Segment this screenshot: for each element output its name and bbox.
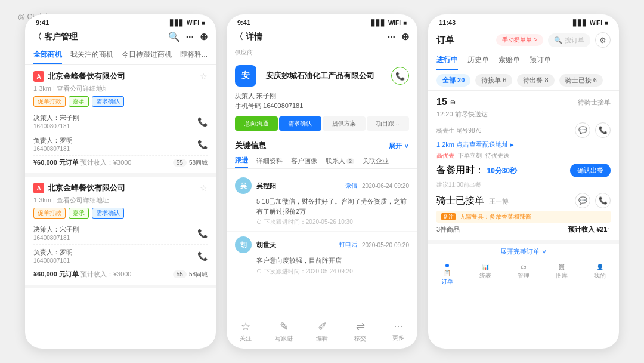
tab-all-opportunity[interactable]: 全部商机 bbox=[33, 46, 62, 64]
key-info-title: 关键信息 bbox=[235, 140, 266, 151]
bottom-gallery[interactable]: 🖼 图库 bbox=[543, 264, 581, 286]
sub-tab-related[interactable]: 关联企业 bbox=[363, 153, 389, 168]
order-tab-history[interactable]: 历史单 bbox=[467, 51, 489, 70]
transfer-label: 移交 bbox=[354, 334, 366, 343]
timeline-name-2: 胡世天 bbox=[256, 241, 335, 250]
address-row[interactable]: 1.2km 点击查看配送地址 ▸ bbox=[436, 140, 611, 149]
star-icon-2[interactable]: ☆ bbox=[200, 183, 208, 193]
confirm-btn[interactable]: 确认出餐 bbox=[570, 164, 611, 177]
call-customer-icon[interactable]: 📞 bbox=[595, 122, 611, 138]
battery-3: ■ bbox=[605, 20, 608, 26]
order-tab-reservation[interactable]: 预订单 bbox=[530, 51, 551, 70]
expand-key-info[interactable]: 展开 ∨ bbox=[389, 141, 409, 150]
order-search-bar[interactable]: 🔍 搜订单 bbox=[548, 33, 590, 47]
rider-row: 骑士已接单 王一博 💬 📞 bbox=[436, 193, 611, 208]
bottom-profile[interactable]: 👤 我的 bbox=[581, 264, 619, 286]
sub-tab-detail[interactable]: 详细资料 bbox=[256, 153, 283, 168]
prep-label: 备餐用时： bbox=[436, 165, 484, 175]
tab-upcoming[interactable]: 即将释... bbox=[180, 46, 208, 64]
message-icon[interactable]: 💬 bbox=[575, 122, 590, 138]
step-1[interactable]: 意向沟通 bbox=[235, 116, 278, 131]
step-4[interactable]: 项目跟... bbox=[367, 116, 410, 131]
bottom-nav-write[interactable]: ✎ 写跟进 bbox=[265, 320, 303, 343]
order-tab-claim[interactable]: 索赔单 bbox=[499, 51, 520, 70]
call-decision-icon-1[interactable]: 📞 bbox=[197, 117, 208, 127]
customer-card-1: A 北京金峰餐饮有限公司 ☆ 1.3km | 查看公司详细地址 促单打款 嘉承 … bbox=[25, 65, 216, 177]
bottom-nav-followup[interactable]: ☆ 关注 bbox=[227, 320, 265, 343]
sub-tab-followup[interactable]: 跟进 bbox=[235, 153, 248, 168]
phones-container: 9:41 ▋▋▋ WiFi ■ 〈 客户管理 🔍 ··· ⊕ 全部商机 我关注的… bbox=[13, 2, 631, 361]
customer-card-2: A 北京金峰餐饮有限公司 ☆ 1.3km | 查看公司详细地址 促单打款 嘉承 … bbox=[25, 177, 216, 288]
company-row-2: 安 安庆妙城石油化工产品有限公司 📞 bbox=[227, 59, 417, 90]
nav-left-2[interactable]: 〈 详情 bbox=[235, 32, 262, 42]
sub-tab-portrait[interactable]: 客户画像 bbox=[291, 153, 317, 168]
bottom-stats[interactable]: 📊 统表 bbox=[466, 264, 504, 286]
call-responsible-icon-2[interactable]: 📞 bbox=[197, 251, 208, 261]
order-title: 订单 bbox=[436, 35, 454, 46]
customer-info-row: 杨先生 尾号9876 💬 📞 bbox=[436, 122, 611, 138]
nav-left-1[interactable]: 〈 客户管理 bbox=[33, 32, 78, 42]
card-header-1: A 北京金峰餐饮有限公司 ☆ bbox=[33, 71, 208, 82]
chip-waiting[interactable]: 待接单 6 bbox=[475, 74, 512, 87]
company-avatar-2: A bbox=[33, 183, 44, 193]
back-icon-2[interactable]: 〈 bbox=[235, 32, 243, 42]
timeline-content-2: 客户意向度较强，目前阵开店 bbox=[256, 256, 409, 266]
process-bar: 意向沟通 需求确认 提供方案 项目跟... bbox=[227, 116, 417, 131]
bottom-nav-more[interactable]: ··· 更多 bbox=[379, 320, 417, 343]
tabs-row-1: 全部商机 我关注的商机 今日待跟进商机 即将释... bbox=[25, 46, 216, 65]
more-icon-1[interactable]: ··· bbox=[186, 32, 194, 42]
scroll-content-1: A 北京金峰餐饮有限公司 ☆ 1.3km | 查看公司详细地址 促单打款 嘉承 … bbox=[25, 65, 216, 349]
time-3: 11:43 bbox=[439, 19, 456, 26]
order-number: 15 单 bbox=[436, 97, 456, 107]
search-icon-1[interactable]: 🔍 bbox=[168, 31, 180, 42]
add-icon-1[interactable]: ⊕ bbox=[200, 31, 208, 42]
contact-row-1: 决策人：宋子刚16400807181 📞 bbox=[33, 110, 208, 133]
add-icon-2[interactable]: ⊕ bbox=[401, 31, 409, 42]
phone-detail: 9:41 ▋▋▋ WiFi ■ 〈 详情 ··· ⊕ 供应商 安 安庆妙城石油化… bbox=[227, 14, 417, 349]
step-3[interactable]: 提供方案 bbox=[323, 116, 366, 131]
bottom-nav-transfer[interactable]: ⇌ 移交 bbox=[341, 320, 379, 343]
status-bar-2: 9:41 ▋▋▋ WiFi ■ bbox=[227, 14, 417, 29]
call-responsible-icon-1[interactable]: 📞 bbox=[197, 140, 208, 149]
call-rider-icon[interactable]: 📞 bbox=[595, 193, 611, 208]
followup-label: 关注 bbox=[240, 334, 252, 343]
step-2[interactable]: 需求确认 bbox=[279, 116, 322, 131]
call-decision-icon-2[interactable]: 📞 bbox=[197, 229, 208, 238]
battery-1: ■ bbox=[202, 20, 205, 26]
tags-row-1: 促单打款 嘉承 需求确认 bbox=[33, 96, 208, 107]
chip-all[interactable]: 全部 20 bbox=[436, 74, 470, 87]
settings-btn[interactable]: ⚙ bbox=[595, 32, 611, 48]
order-tab-inprogress[interactable]: 进行中 bbox=[436, 51, 458, 70]
chip-rider[interactable]: 骑士已接 6 bbox=[559, 74, 603, 87]
company-label-2: 供应商 bbox=[227, 46, 417, 59]
order-header: 订单 手动提单单 > 🔍 搜订单 ⚙ bbox=[428, 29, 619, 51]
star-icon-1[interactable]: ☆ bbox=[200, 72, 208, 81]
message-rider-icon[interactable]: 💬 bbox=[575, 193, 590, 208]
suggest-time: 建议11:30前出餐 bbox=[436, 181, 611, 189]
expand-order-btn[interactable]: 展开完整订单 ∨ bbox=[428, 244, 619, 260]
back-icon-1[interactable]: 〈 bbox=[33, 32, 42, 42]
signal-3: ▋▋▋ bbox=[573, 20, 587, 26]
tab-my-opportunity[interactable]: 我关注的商机 bbox=[70, 46, 113, 64]
call-company-btn[interactable]: 📞 bbox=[391, 67, 409, 85]
detail-avatar: 安 bbox=[235, 65, 256, 87]
gallery-label: 图库 bbox=[556, 272, 568, 280]
key-info-section: 关键信息 展开 ∨ bbox=[227, 136, 417, 153]
bottom-manage[interactable]: 🗂 管理 bbox=[504, 264, 543, 286]
tags-row-2: 促单打款 嘉承 需求确认 bbox=[33, 208, 208, 219]
items-count: 3件商品 bbox=[436, 225, 460, 234]
manual-btn[interactable]: 手动提单单 > bbox=[496, 34, 543, 46]
orders-icon: 📋 bbox=[444, 270, 451, 276]
tab-today-opportunity[interactable]: 今日待跟进商机 bbox=[122, 46, 172, 64]
more-icon-2[interactable]: ··· bbox=[388, 32, 395, 42]
bottom-orders[interactable]: 📋 订单 bbox=[428, 264, 466, 286]
write-icon: ✎ bbox=[280, 320, 289, 333]
sub-tab-contacts[interactable]: 联系人 2 bbox=[326, 153, 354, 168]
card-footer-1: ¥60,000 元订单 预计收入：¥3000 55 58同城 bbox=[33, 158, 208, 167]
chip-cooking[interactable]: 待出餐 8 bbox=[517, 74, 554, 87]
battery-2: ■ bbox=[403, 20, 407, 26]
search-icon-3: 🔍 bbox=[554, 36, 562, 44]
followup-icon: ☆ bbox=[241, 320, 250, 333]
bottom-nav-edit[interactable]: ✐ 编辑 bbox=[303, 320, 341, 343]
more-bottom-label: 更多 bbox=[392, 334, 404, 342]
